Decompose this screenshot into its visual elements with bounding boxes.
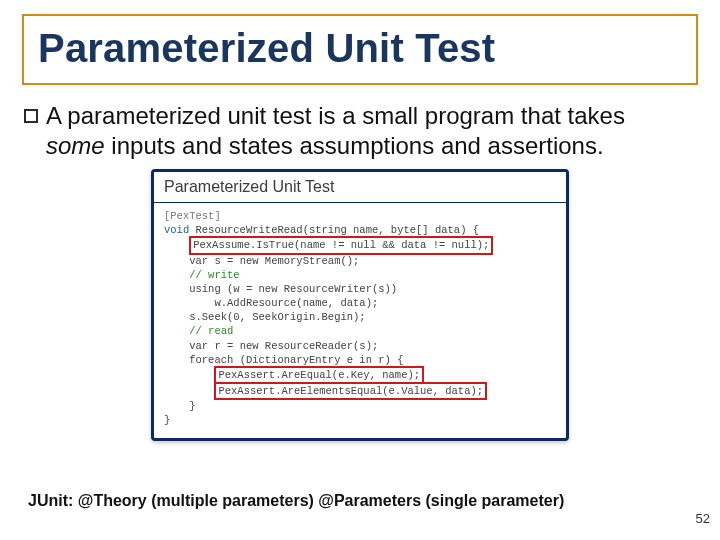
kw-void: void xyxy=(164,224,196,236)
assume-highlight: PexAssume.IsTrue(name != null && data !=… xyxy=(189,236,493,254)
code-line: using (w = new ResourceWriter(s)) xyxy=(189,283,397,295)
code-method-name: ResourceWriteRead xyxy=(196,224,303,236)
junit-note: JUnit: @Theory (multiple parameters) @Pa… xyxy=(28,492,564,510)
code-card-header: Parameterized Unit Test xyxy=(154,172,566,203)
assert-highlight-2: PexAssert.AreElementsEqual(e.Value, data… xyxy=(214,382,487,400)
code-line: foreach (DictionaryEntry e in r) { xyxy=(189,354,403,366)
code-params: (string name, byte[] data) { xyxy=(303,224,479,236)
code-line: } xyxy=(189,400,195,412)
code-card: Parameterized Unit Test [PexTest] void R… xyxy=(151,169,569,441)
page-number: 52 xyxy=(696,511,710,526)
slide-title: Parameterized Unit Test xyxy=(38,26,682,71)
bullet-row: A parameterized unit test is a small pro… xyxy=(24,101,664,161)
bullet-em: some xyxy=(46,132,105,159)
code-attr: [PexTest] xyxy=(164,210,221,222)
bullet-post: inputs and states assumptions and assert… xyxy=(105,132,604,159)
code-comment-write: // write xyxy=(189,269,239,281)
bullet-text: A parameterized unit test is a small pro… xyxy=(46,101,664,161)
code-comment-read: // read xyxy=(189,325,233,337)
code-sig: void ResourceWriteRead(string name, byte… xyxy=(164,224,479,236)
code-body: [PexTest] void ResourceWriteRead(string … xyxy=(154,203,566,438)
bullet-square-icon xyxy=(24,109,38,123)
code-line: var s = new MemoryStream(); xyxy=(189,255,359,267)
bullet-pre: A parameterized unit test is a small pro… xyxy=(46,102,625,129)
title-box: Parameterized Unit Test xyxy=(22,14,698,85)
code-line: w.AddResource(name, data); xyxy=(189,297,378,309)
code-line: } xyxy=(164,414,170,426)
slide: Parameterized Unit Test A parameterized … xyxy=(0,0,720,540)
code-line: s.Seek(0, SeekOrigin.Begin); xyxy=(189,311,365,323)
code-line: var r = new ResourceReader(s); xyxy=(189,340,378,352)
